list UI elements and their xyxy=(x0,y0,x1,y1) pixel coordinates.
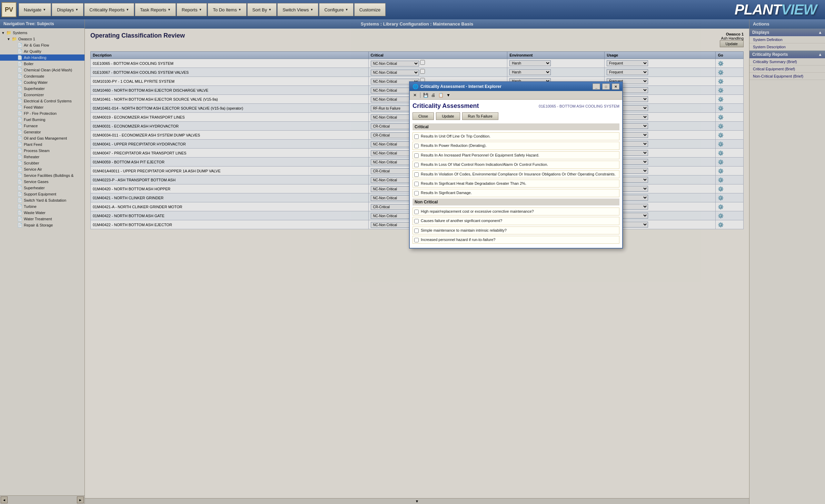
plantview-logo: PLANTVIEW xyxy=(735,1,824,18)
customize-button[interactable]: Customize xyxy=(354,3,386,16)
reports-arrow: ▼ xyxy=(199,8,202,11)
check-label-0-0: Results In Unit Off Line Or Trip Conditi… xyxy=(421,134,490,139)
switch-views-arrow: ▼ xyxy=(310,8,313,11)
configure-button[interactable]: Configure ▼ xyxy=(319,3,353,16)
check-label-0-1: Results In Power Reduction (Derating). xyxy=(421,143,487,148)
check-row-0-2: Results In An Increased Plant Personnel … xyxy=(412,151,619,159)
checkbox-0-4[interactable] xyxy=(414,172,419,177)
criticality-arrow: ▼ xyxy=(126,8,129,11)
todo-items-button[interactable]: To Do Items ▼ xyxy=(208,3,246,16)
modal-section-label-0: Critical xyxy=(412,123,619,130)
checkbox-1-1[interactable] xyxy=(414,219,419,223)
checkbox-0-5[interactable] xyxy=(414,182,419,186)
checkbox-1-2[interactable] xyxy=(414,229,419,233)
check-row-0-6: Results In Signficant Damage. xyxy=(412,189,619,197)
checkbox-0-2[interactable] xyxy=(414,153,419,158)
navigate-button[interactable]: Navigate ▼ xyxy=(19,3,51,16)
check-row-1-3: Increased personnel hazard if run-to-fai… xyxy=(412,236,619,244)
check-row-0-3: Results In Loss Of Vital Control Room In… xyxy=(412,161,619,169)
modal-assessment-title: Criticality Assessment xyxy=(412,102,479,110)
sort-by-arrow: ▼ xyxy=(268,8,271,11)
logo-icon: PV xyxy=(5,6,13,13)
displays-button[interactable]: Displays ▼ xyxy=(52,3,83,16)
checkbox-1-0[interactable] xyxy=(414,210,419,214)
check-row-1-0: High repair/replacement cost or excessiv… xyxy=(412,208,619,215)
sort-by-button[interactable]: Sort By ▼ xyxy=(247,3,277,16)
logo-button[interactable]: PV xyxy=(1,2,17,17)
task-reports-arrow: ▼ xyxy=(168,8,171,11)
check-row-0-5: Results In Signficant Heat Rate Degradat… xyxy=(412,180,619,188)
modal-record-id: 01E10065 - BOTTOM ASH COOLING SYSTEM xyxy=(539,104,619,108)
todo-arrow: ▼ xyxy=(238,8,241,11)
modal-run-to-failure-btn[interactable]: Run To Failure xyxy=(462,112,498,120)
criticality-reports-button[interactable]: Criticality Reports ▼ xyxy=(84,3,134,16)
modal-update-btn[interactable]: Update xyxy=(436,112,460,120)
modal-titlebar: 🌐 Criticality Assessment - Internet Expl… xyxy=(410,82,622,91)
toolbar: PV Navigate ▼ Displays ▼ Criticality Rep… xyxy=(0,0,825,19)
check-row-1-1: Causes failure of another signficant com… xyxy=(412,217,619,225)
modal-toolbar-icon1[interactable]: 💾 xyxy=(423,92,429,98)
modal-toolbar-dropdown[interactable]: ▼ xyxy=(445,92,451,98)
checkbox-0-0[interactable] xyxy=(414,134,419,139)
checkbox-1-3[interactable] xyxy=(414,238,419,242)
modal-close-action-btn[interactable]: Close xyxy=(412,112,434,120)
navigate-arrow: ▼ xyxy=(43,8,46,11)
modal-overlay: 🌐 Criticality Assessment - Internet Expl… xyxy=(0,19,825,504)
check-label-0-6: Results In Signficant Damage. xyxy=(421,190,472,195)
modal-minimize-btn[interactable]: _ xyxy=(593,83,600,90)
modal-maximize-btn[interactable]: □ xyxy=(602,83,610,90)
modal-title-text: Criticality Assessment - Internet Explor… xyxy=(420,84,590,89)
check-label-0-4: Results In Violation Of Codes, Environme… xyxy=(421,172,616,177)
checkbox-0-6[interactable] xyxy=(414,191,419,195)
check-label-0-5: Results In Signficant Heat Rate Degradat… xyxy=(421,181,526,186)
displays-arrow: ▼ xyxy=(75,8,78,11)
modal-window: 🌐 Criticality Assessment - Internet Expl… xyxy=(409,81,623,249)
check-label-1-0: High repair/replacement cost or excessiv… xyxy=(421,209,534,214)
check-row-0-0: Results In Unit Off Line Or Trip Conditi… xyxy=(412,132,619,140)
check-row-1-2: Simple maintenance to maintain intrinsic… xyxy=(412,226,619,234)
check-label-1-2: Simple maintenance to maintain intrinsic… xyxy=(421,228,507,233)
modal-close-btn[interactable]: ✕ xyxy=(612,83,619,90)
configure-arrow: ▼ xyxy=(345,8,348,11)
switch-views-button[interactable]: Switch Views ▼ xyxy=(277,3,318,16)
modal-toolbar: ✕ 💾 🖨 📋 ▼ xyxy=(410,91,622,100)
modal-body: Criticality Assessment 01E10065 - BOTTOM… xyxy=(410,100,622,248)
check-row-0-4: Results In Violation Of Codes, Environme… xyxy=(412,170,619,178)
check-label-1-3: Increased personnel hazard if run-to-fai… xyxy=(421,237,495,242)
modal-toolbar-icon2[interactable]: 🖨 xyxy=(430,92,436,98)
check-label-0-3: Results In Loss Of Vital Control Room In… xyxy=(421,162,548,167)
ie-icon: 🌐 xyxy=(412,84,418,89)
task-reports-button[interactable]: Task Reports ▼ xyxy=(135,3,176,16)
check-label-1-1: Causes failure of another signficant com… xyxy=(421,218,502,223)
checkbox-0-1[interactable] xyxy=(414,144,419,148)
check-label-0-2: Results In An Increased Plant Personnel … xyxy=(421,153,539,158)
modal-toolbar-icon3[interactable]: 📋 xyxy=(438,92,444,98)
modal-toolbar-close-icon[interactable]: ✕ xyxy=(412,92,418,98)
checkbox-0-3[interactable] xyxy=(414,163,419,167)
reports-button[interactable]: Reports ▼ xyxy=(177,3,207,16)
check-row-0-1: Results In Power Reduction (Derating). xyxy=(412,142,619,150)
modal-section-label-1: Non Critical xyxy=(412,199,619,205)
